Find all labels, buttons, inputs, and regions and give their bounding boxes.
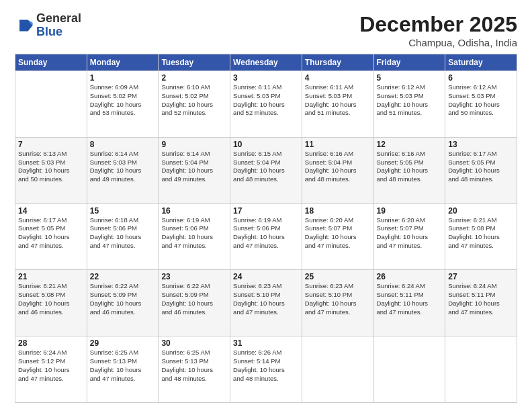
calendar-cell: 16Sunrise: 6:19 AMSunset: 5:06 PMDayligh… (159, 203, 230, 270)
day-number: 2 (161, 73, 227, 83)
day-info: Sunrise: 6:24 AMSunset: 5:11 PMDaylight:… (377, 282, 443, 316)
weekday-header-saturday: Saturday (445, 54, 517, 71)
calendar-cell: 1Sunrise: 6:09 AMSunset: 5:02 PMDaylight… (87, 71, 159, 138)
day-number: 3 (233, 73, 299, 83)
calendar-cell: 22Sunrise: 6:22 AMSunset: 5:09 PMDayligh… (87, 270, 159, 336)
calendar-cell: 25Sunrise: 6:23 AMSunset: 5:10 PMDayligh… (302, 270, 373, 336)
day-info: Sunrise: 6:24 AMSunset: 5:12 PMDaylight:… (18, 349, 84, 383)
week-row-4: 21Sunrise: 6:21 AMSunset: 5:08 PMDayligh… (15, 270, 517, 336)
calendar-cell: 24Sunrise: 6:23 AMSunset: 5:10 PMDayligh… (230, 270, 302, 336)
logo-icon (15, 16, 34, 35)
day-number: 19 (377, 206, 443, 216)
calendar-cell: 29Sunrise: 6:25 AMSunset: 5:13 PMDayligh… (87, 336, 159, 403)
week-row-3: 14Sunrise: 6:17 AMSunset: 5:05 PMDayligh… (15, 203, 517, 270)
calendar-cell: 2Sunrise: 6:10 AMSunset: 5:02 PMDaylight… (159, 71, 230, 138)
day-number: 11 (305, 140, 371, 149)
calendar-cell: 9Sunrise: 6:14 AMSunset: 5:04 PMDaylight… (159, 137, 230, 203)
calendar-cell: 20Sunrise: 6:21 AMSunset: 5:08 PMDayligh… (445, 203, 517, 270)
calendar-cell: 14Sunrise: 6:17 AMSunset: 5:05 PMDayligh… (15, 203, 87, 270)
day-number: 24 (233, 272, 299, 281)
day-number: 17 (233, 206, 299, 216)
calendar-cell: 10Sunrise: 6:15 AMSunset: 5:04 PMDayligh… (230, 137, 302, 203)
calendar-cell: 26Sunrise: 6:24 AMSunset: 5:11 PMDayligh… (373, 270, 445, 336)
calendar-cell: 28Sunrise: 6:24 AMSunset: 5:12 PMDayligh… (15, 336, 87, 403)
day-info: Sunrise: 6:11 AMSunset: 5:03 PMDaylight:… (233, 83, 299, 118)
calendar-cell: 3Sunrise: 6:11 AMSunset: 5:03 PMDaylight… (230, 71, 302, 138)
day-info: Sunrise: 6:25 AMSunset: 5:13 PMDaylight:… (161, 349, 227, 383)
day-number: 28 (18, 338, 84, 348)
calendar-cell: 17Sunrise: 6:19 AMSunset: 5:06 PMDayligh… (230, 203, 302, 270)
day-info: Sunrise: 6:19 AMSunset: 5:06 PMDaylight:… (161, 216, 227, 250)
calendar-cell: 6Sunrise: 6:12 AMSunset: 5:03 PMDaylight… (445, 71, 517, 138)
header: General Blue December 2025 Champua, Odis… (15, 12, 517, 48)
weekday-header-thursday: Thursday (302, 54, 373, 71)
day-number: 29 (90, 338, 156, 348)
day-info: Sunrise: 6:22 AMSunset: 5:09 PMDaylight:… (90, 282, 156, 316)
day-number: 21 (18, 272, 84, 281)
calendar-cell: 12Sunrise: 6:16 AMSunset: 5:05 PMDayligh… (373, 137, 445, 203)
calendar-cell: 21Sunrise: 6:21 AMSunset: 5:08 PMDayligh… (15, 270, 87, 336)
logo-blue: Blue (36, 26, 81, 39)
day-number: 25 (305, 272, 371, 281)
day-number: 8 (90, 140, 156, 149)
day-info: Sunrise: 6:09 AMSunset: 5:02 PMDaylight:… (90, 83, 156, 118)
logo-general: General (36, 12, 81, 26)
calendar-cell: 18Sunrise: 6:20 AMSunset: 5:07 PMDayligh… (302, 203, 373, 270)
day-number: 26 (377, 272, 443, 281)
day-number: 1 (90, 73, 156, 83)
day-number: 31 (233, 338, 299, 348)
day-number: 20 (448, 206, 514, 216)
day-info: Sunrise: 6:26 AMSunset: 5:14 PMDaylight:… (233, 349, 299, 383)
title-block: December 2025 Champua, Odisha, India (359, 12, 517, 48)
day-info: Sunrise: 6:21 AMSunset: 5:08 PMDaylight:… (18, 282, 84, 316)
day-number: 12 (377, 140, 443, 149)
day-info: Sunrise: 6:21 AMSunset: 5:08 PMDaylight:… (448, 216, 514, 250)
day-info: Sunrise: 6:12 AMSunset: 5:03 PMDaylight:… (448, 83, 514, 118)
day-number: 18 (305, 206, 371, 216)
day-number: 5 (377, 73, 443, 83)
calendar: SundayMondayTuesdayWednesdayThursdayFrid… (15, 54, 517, 403)
calendar-cell: 7Sunrise: 6:13 AMSunset: 5:03 PMDaylight… (15, 137, 87, 203)
day-info: Sunrise: 6:24 AMSunset: 5:11 PMDaylight:… (448, 282, 514, 316)
day-info: Sunrise: 6:14 AMSunset: 5:03 PMDaylight:… (90, 150, 156, 184)
day-info: Sunrise: 6:16 AMSunset: 5:05 PMDaylight:… (377, 150, 443, 184)
day-info: Sunrise: 6:13 AMSunset: 5:03 PMDaylight:… (18, 150, 84, 184)
calendar-cell: 19Sunrise: 6:20 AMSunset: 5:07 PMDayligh… (373, 203, 445, 270)
day-info: Sunrise: 6:22 AMSunset: 5:09 PMDaylight:… (161, 282, 227, 316)
page: General Blue December 2025 Champua, Odis… (0, 0, 532, 411)
week-row-5: 28Sunrise: 6:24 AMSunset: 5:12 PMDayligh… (15, 336, 517, 403)
logo-text: General Blue (36, 12, 81, 39)
weekday-header-sunday: Sunday (15, 54, 87, 71)
weekday-header-wednesday: Wednesday (230, 54, 302, 71)
day-info: Sunrise: 6:23 AMSunset: 5:10 PMDaylight:… (305, 282, 371, 316)
day-info: Sunrise: 6:20 AMSunset: 5:07 PMDaylight:… (377, 216, 443, 250)
day-number: 6 (448, 73, 514, 83)
day-number: 23 (161, 272, 227, 281)
day-number: 27 (448, 272, 514, 281)
day-info: Sunrise: 6:12 AMSunset: 5:03 PMDaylight:… (377, 83, 443, 118)
day-info: Sunrise: 6:23 AMSunset: 5:10 PMDaylight:… (233, 282, 299, 316)
week-row-2: 7Sunrise: 6:13 AMSunset: 5:03 PMDaylight… (15, 137, 517, 203)
calendar-cell: 27Sunrise: 6:24 AMSunset: 5:11 PMDayligh… (445, 270, 517, 336)
calendar-cell (302, 336, 373, 403)
calendar-cell (373, 336, 445, 403)
calendar-cell: 11Sunrise: 6:16 AMSunset: 5:04 PMDayligh… (302, 137, 373, 203)
day-number: 4 (305, 73, 371, 83)
day-number: 22 (90, 272, 156, 281)
day-info: Sunrise: 6:19 AMSunset: 5:06 PMDaylight:… (233, 216, 299, 250)
month-title: December 2025 (359, 12, 517, 37)
calendar-cell: 31Sunrise: 6:26 AMSunset: 5:14 PMDayligh… (230, 336, 302, 403)
day-info: Sunrise: 6:15 AMSunset: 5:04 PMDaylight:… (233, 150, 299, 184)
day-info: Sunrise: 6:16 AMSunset: 5:04 PMDaylight:… (305, 150, 371, 184)
day-info: Sunrise: 6:17 AMSunset: 5:05 PMDaylight:… (448, 150, 514, 184)
day-info: Sunrise: 6:17 AMSunset: 5:05 PMDaylight:… (18, 216, 84, 250)
week-row-1: 1Sunrise: 6:09 AMSunset: 5:02 PMDaylight… (15, 71, 517, 138)
day-info: Sunrise: 6:18 AMSunset: 5:06 PMDaylight:… (90, 216, 156, 250)
weekday-header-friday: Friday (373, 54, 445, 71)
day-info: Sunrise: 6:25 AMSunset: 5:13 PMDaylight:… (90, 349, 156, 383)
calendar-cell: 4Sunrise: 6:11 AMSunset: 5:03 PMDaylight… (302, 71, 373, 138)
logo: General Blue (15, 12, 81, 39)
weekday-header-tuesday: Tuesday (159, 54, 230, 71)
day-info: Sunrise: 6:20 AMSunset: 5:07 PMDaylight:… (305, 216, 371, 250)
day-number: 13 (448, 140, 514, 149)
